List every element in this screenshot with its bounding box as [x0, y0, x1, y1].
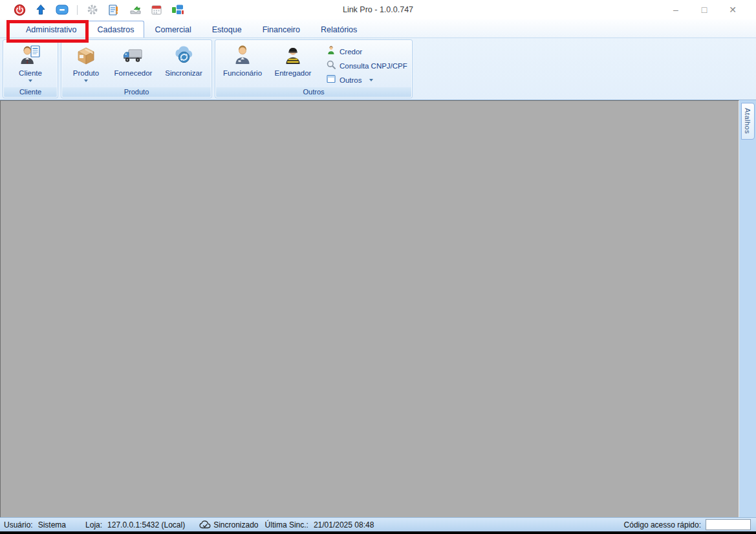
- outros-button[interactable]: Outros: [323, 74, 410, 87]
- tab-relatorios[interactable]: Relatórios: [310, 21, 367, 37]
- consulta-cnpj-cpf-button[interactable]: Consulta CNPJ/CPF: [323, 59, 410, 72]
- outros-label: Outros: [340, 76, 362, 84]
- calendar-icon[interactable]: [150, 3, 163, 16]
- fornecedor-button[interactable]: Fornecedor: [109, 42, 158, 77]
- last-sync-label: Última Sinc.:: [265, 520, 308, 529]
- app-window: Link Pro - 1.0.0.747 – □ ✕ Administrativ…: [0, 0, 756, 534]
- funcionario-button[interactable]: Funcionário: [217, 42, 268, 77]
- consulta-cnpj-cpf-label: Consulta CNPJ/CPF: [340, 62, 407, 70]
- entregador-label: Entregador: [275, 69, 312, 77]
- tab-cadastros[interactable]: Cadastros: [87, 21, 145, 37]
- ribbon-group-outros: Funcionário Entregador Credor: [215, 39, 413, 98]
- product-box-icon: [74, 44, 98, 67]
- sync-status: Sincronizado: [213, 520, 258, 529]
- quick-code-label: Código acesso rápido:: [624, 520, 701, 529]
- atalhos-tab[interactable]: Atalhos: [741, 103, 755, 140]
- cliente-label: Cliente: [19, 69, 42, 77]
- window-controls: – □ ✕: [662, 1, 756, 18]
- workspace-area: [0, 100, 739, 517]
- cloud-sync-icon: [172, 44, 195, 67]
- tab-comercial[interactable]: Comercial: [144, 21, 201, 37]
- ribbon-tab-bar: Administrativo Cadastros Comercial Estoq…: [0, 19, 756, 37]
- toolbar-separator: [77, 5, 78, 15]
- group-caption-outros: Outros: [216, 87, 411, 97]
- window-bottom-border: [0, 531, 756, 534]
- quick-code-input[interactable]: [706, 519, 751, 530]
- sincronizar-button[interactable]: Sincronizar: [158, 42, 210, 77]
- maximize-icon[interactable]: □: [690, 1, 718, 18]
- store-label: Loja:: [85, 520, 102, 529]
- cliente-dropdown-icon[interactable]: [28, 80, 32, 82]
- group-caption-produto: Produto: [62, 87, 211, 97]
- creditor-person-icon: [326, 45, 336, 58]
- sincronizar-label: Sincronizar: [165, 69, 202, 77]
- atalhos-label: Atalhos: [744, 108, 751, 134]
- user-value: Sistema: [38, 520, 66, 529]
- tab-administrativo[interactable]: Administrativo: [16, 21, 87, 37]
- outros-small-buttons: Credor Consulta CNPJ/CPF Outros: [323, 42, 410, 87]
- credor-label: Credor: [340, 48, 362, 56]
- ribbon-group-produto: Produto Fornecedor Sincronizar Produto: [61, 39, 212, 98]
- credor-button[interactable]: Credor: [323, 45, 410, 58]
- search-icon: [326, 59, 336, 72]
- close-icon[interactable]: ✕: [718, 1, 747, 18]
- funcionario-label: Funcionário: [223, 69, 262, 77]
- power-icon[interactable]: [13, 3, 26, 16]
- tab-financeiro[interactable]: Financeiro: [252, 21, 310, 37]
- export-tray-icon[interactable]: [129, 3, 142, 16]
- title-bar: Link Pro - 1.0.0.747 – □ ✕: [0, 0, 756, 19]
- up-arrow-icon[interactable]: [34, 3, 47, 16]
- main-row: Atalhos: [0, 100, 756, 517]
- fornecedor-label: Fornecedor: [114, 69, 153, 77]
- blue-minimize-icon[interactable]: [56, 3, 69, 16]
- report-document-icon[interactable]: [107, 3, 120, 16]
- tiles-layout-icon[interactable]: [171, 3, 184, 16]
- quick-access-toolbar: [0, 3, 184, 16]
- minimize-icon[interactable]: –: [662, 1, 690, 18]
- employee-person-icon: [231, 44, 254, 67]
- status-bar: Usuário: Sistema Loja: 127.0.0.1:5432 (L…: [0, 517, 756, 531]
- last-sync-value: 21/01/2025 08:48: [314, 520, 374, 529]
- sync-cloud-icon: [199, 520, 211, 529]
- produto-dropdown-icon[interactable]: [84, 80, 88, 82]
- cliente-button[interactable]: Cliente: [5, 42, 56, 82]
- ribbon: Cliente Cliente Produto Fornecedor: [0, 37, 756, 100]
- window-icon: [326, 74, 336, 87]
- entregador-button[interactable]: Entregador: [268, 42, 318, 77]
- group-caption-cliente: Cliente: [4, 87, 57, 97]
- tab-estoque[interactable]: Estoque: [202, 21, 252, 37]
- supplier-truck-icon: [122, 44, 145, 67]
- store-value: 127.0.0.1:5432 (Local): [107, 520, 185, 529]
- outros-dropdown-icon[interactable]: [369, 79, 373, 81]
- user-label: Usuário:: [4, 520, 33, 529]
- produto-label: Produto: [73, 69, 99, 77]
- settings-gear-icon[interactable]: [86, 3, 99, 16]
- produto-button[interactable]: Produto: [63, 42, 109, 82]
- client-person-icon: [19, 44, 42, 67]
- shortcuts-strip: Atalhos: [739, 100, 756, 517]
- courier-person-icon: [281, 44, 305, 67]
- ribbon-group-cliente: Cliente Cliente: [3, 39, 58, 98]
